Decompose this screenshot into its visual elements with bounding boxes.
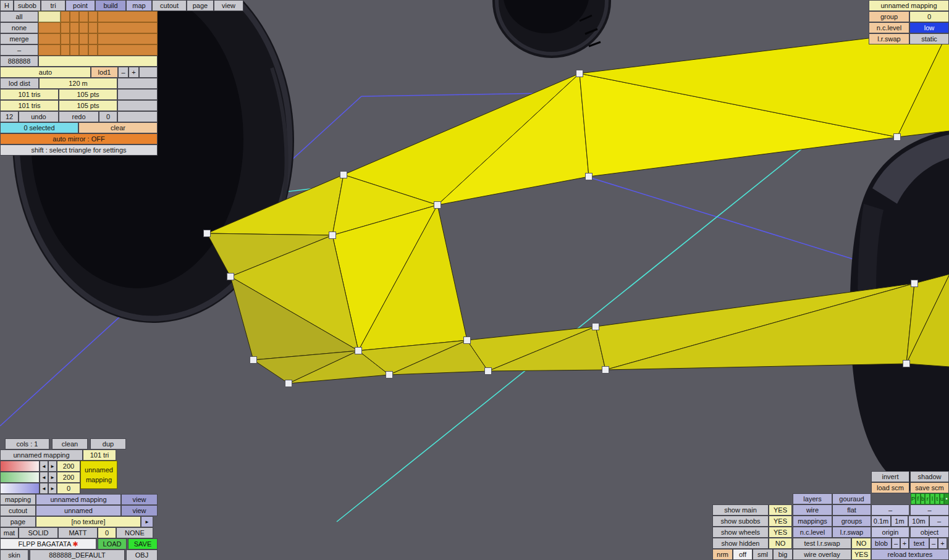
- layers-button[interactable]: layers: [793, 493, 832, 504]
- palette-cell[interactable]: [98, 33, 158, 44]
- cols-button[interactable]: cols : 1: [5, 438, 49, 449]
- palette-cell[interactable]: [38, 44, 61, 56]
- grid-off-button[interactable]: –: [929, 516, 949, 527]
- vertex-handle[interactable]: [355, 348, 362, 354]
- mat-none-button[interactable]: NONE: [116, 527, 153, 538]
- grid-01m-button[interactable]: 0.1m: [871, 516, 891, 527]
- palette-cell[interactable]: [70, 22, 79, 33]
- dup-button[interactable]: dup: [90, 438, 126, 449]
- nc-level-button[interactable]: n.c.level: [793, 527, 832, 538]
- lod-select-button[interactable]: lod1: [91, 67, 118, 78]
- vertex-handle[interactable]: [903, 361, 910, 367]
- blob-minus-button[interactable]: –: [892, 538, 900, 549]
- color-swatch-blue[interactable]: [0, 483, 40, 494]
- flag-dot[interactable]: •: [944, 493, 949, 504]
- mat-solid-button[interactable]: SOLID: [19, 527, 58, 538]
- tab-page[interactable]: page: [187, 0, 214, 11]
- flag-u[interactable]: u: [940, 493, 945, 504]
- mappings-button[interactable]: mappings: [793, 516, 832, 527]
- red-decrement-button[interactable]: ◄: [40, 461, 48, 472]
- object-id-button[interactable]: 888888: [0, 56, 38, 67]
- page-texture-value[interactable]: [no texture]: [36, 516, 141, 527]
- page-next-button[interactable]: ►: [141, 516, 153, 527]
- tab-point[interactable]: point: [65, 0, 95, 11]
- show-main-toggle[interactable]: YES: [769, 504, 792, 516]
- skin-value[interactable]: 888888_DEFAULT: [30, 550, 125, 560]
- palette-cell[interactable]: [61, 22, 70, 33]
- palette-cell[interactable]: [79, 22, 88, 33]
- flag-t[interactable]: t: [935, 493, 940, 504]
- clear-selection-button[interactable]: clear: [78, 122, 158, 133]
- mapping-view-button[interactable]: view: [121, 494, 158, 505]
- palette-cell[interactable]: [61, 33, 70, 44]
- tab-build[interactable]: build: [95, 0, 126, 11]
- flag-r[interactable]: r: [925, 493, 930, 504]
- palette-cell[interactable]: [61, 44, 70, 56]
- object-button[interactable]: object: [910, 527, 949, 538]
- red-increment-button[interactable]: ►: [48, 461, 57, 472]
- obj-button[interactable]: OBJ: [126, 550, 158, 560]
- tab-cutout[interactable]: cutout: [152, 0, 187, 11]
- show-hidden-toggle[interactable]: NO: [769, 538, 792, 549]
- flag-b[interactable]: b: [921, 493, 926, 504]
- dash-button[interactable]: –: [0, 44, 38, 56]
- object-id-field[interactable]: [38, 56, 158, 67]
- origin-button[interactable]: origin: [871, 527, 909, 538]
- auto-mirror-toggle[interactable]: auto mirror : OFF: [0, 133, 158, 144]
- tab-map[interactable]: map: [126, 0, 152, 11]
- test-lr-swap-toggle[interactable]: NO: [851, 538, 871, 549]
- cutout-view-button[interactable]: view: [121, 505, 158, 516]
- grid-10m-button[interactable]: 10m: [908, 516, 929, 527]
- shadow-button[interactable]: shadow: [910, 471, 949, 482]
- tab-tri[interactable]: tri: [41, 0, 65, 11]
- palette-cell[interactable]: [70, 33, 79, 44]
- lod-plus-button[interactable]: +: [129, 67, 139, 78]
- vertex-handle[interactable]: [894, 134, 901, 141]
- nrm-button[interactable]: nrm: [712, 549, 733, 560]
- clean-button[interactable]: clean: [52, 438, 88, 449]
- mapping-title[interactable]: unnamed mapping: [869, 0, 949, 11]
- vertex-handle[interactable]: [485, 368, 492, 375]
- blob-button[interactable]: blob: [871, 538, 892, 549]
- palette-cell[interactable]: [98, 22, 158, 33]
- grid-1m-button[interactable]: 1m: [891, 516, 908, 527]
- red-value[interactable]: 200: [57, 461, 80, 472]
- merge-button[interactable]: merge: [0, 33, 38, 44]
- vertex-handle[interactable]: [386, 372, 393, 378]
- load-button[interactable]: LOAD: [98, 538, 127, 550]
- groups-button[interactable]: groups: [832, 516, 871, 527]
- flag-f[interactable]: f: [916, 493, 921, 504]
- flag-l[interactable]: l: [930, 493, 935, 504]
- file-name[interactable]: FLPP BAGATATA ✱: [0, 538, 96, 550]
- vertex-handle[interactable]: [586, 173, 593, 180]
- color-swatch-green[interactable]: [0, 472, 40, 483]
- lr-swap-value[interactable]: static: [909, 33, 949, 44]
- palette-cell[interactable]: [79, 44, 88, 56]
- nc-level-value[interactable]: low: [909, 22, 949, 33]
- nrm-off-button[interactable]: off: [733, 549, 753, 560]
- save-scm-button[interactable]: save scm: [910, 482, 949, 493]
- vertex-handle[interactable]: [576, 70, 583, 77]
- palette-cell[interactable]: [88, 44, 98, 56]
- vertex-handle[interactable]: [285, 380, 292, 387]
- blue-value[interactable]: 0: [57, 483, 80, 494]
- save-button[interactable]: SAVE: [128, 538, 158, 550]
- flat-button[interactable]: flat: [832, 504, 871, 516]
- gouraud-button[interactable]: gouraud: [832, 493, 871, 504]
- redo-button[interactable]: redo: [59, 111, 99, 122]
- vertex-handle[interactable]: [329, 232, 336, 239]
- show-wheels-toggle[interactable]: YES: [769, 527, 792, 538]
- palette-cell[interactable]: [88, 22, 98, 33]
- vertex-handle[interactable]: [434, 202, 441, 209]
- current-mapping-box[interactable]: unnamed mapping: [80, 461, 117, 489]
- vertex-handle[interactable]: [340, 172, 347, 178]
- dash-button-2[interactable]: –: [910, 504, 949, 516]
- text-minus-button[interactable]: –: [929, 538, 938, 549]
- nrm-big-button[interactable]: big: [773, 549, 793, 560]
- load-scm-button[interactable]: load scm: [871, 482, 909, 493]
- mat-matt-button[interactable]: MATT: [58, 527, 98, 538]
- tab-view[interactable]: view: [214, 0, 243, 11]
- palette-cell[interactable]: [70, 11, 79, 22]
- select-none-button[interactable]: none: [0, 22, 38, 33]
- vertex-handle[interactable]: [602, 367, 609, 374]
